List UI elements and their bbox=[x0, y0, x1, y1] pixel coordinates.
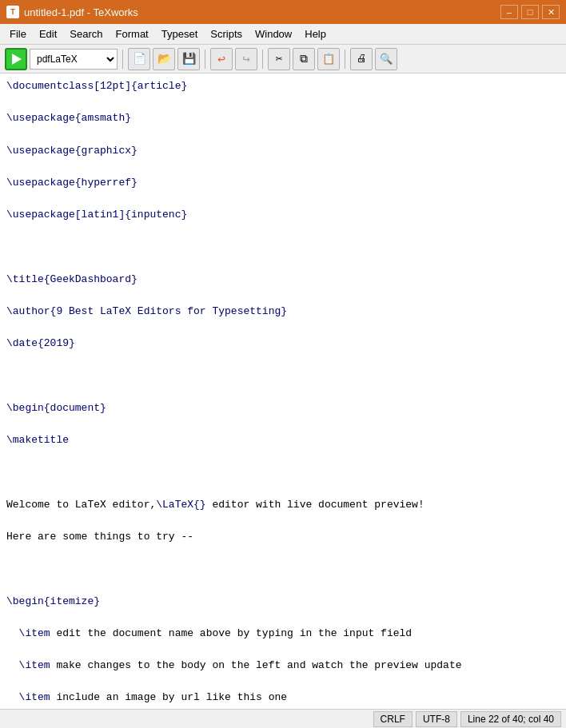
menu-bar: File Edit Search Format Typeset Scripts … bbox=[0, 24, 566, 45]
title-bar: T untitled-1.pdf - TeXworks – □ ✕ bbox=[0, 0, 566, 24]
toolbar: pdfLaTeX LaTeX XeLaTeX LuaLaTeX bbox=[0, 45, 566, 74]
window-title: untitled-1.pdf - TeXworks bbox=[24, 6, 138, 18]
menu-edit[interactable]: Edit bbox=[33, 26, 63, 42]
line-16 bbox=[6, 561, 560, 577]
menu-file[interactable]: File bbox=[3, 26, 33, 42]
toolbar-sep-3 bbox=[262, 50, 263, 69]
save-button[interactable] bbox=[177, 48, 200, 70]
line-6 bbox=[6, 239, 560, 255]
search-button[interactable] bbox=[375, 48, 397, 70]
line-19: \item make changes to the body on the le… bbox=[6, 658, 560, 674]
line-13 bbox=[6, 464, 560, 480]
title-bar-left: T untitled-1.pdf - TeXworks bbox=[6, 6, 138, 18]
code-editor[interactable]: \documentclass[12pt]{article} \usepackag… bbox=[6, 78, 560, 709]
encoding-indicator: UTF-8 bbox=[416, 711, 457, 727]
new-button[interactable] bbox=[128, 48, 150, 70]
line-5: \usepackage[latin1]{inputenc} bbox=[6, 207, 560, 223]
line-11: \begin{document} bbox=[6, 400, 560, 416]
line-14: Welcome to LaTeX editor,\LaTeX{} editor … bbox=[6, 497, 560, 513]
redo-button[interactable] bbox=[235, 48, 257, 70]
maximize-button[interactable]: □ bbox=[521, 5, 539, 19]
line-20: \item include an image by url like this … bbox=[6, 690, 560, 706]
line-9: \date{2019} bbox=[6, 336, 560, 352]
open-button[interactable] bbox=[153, 48, 175, 70]
editor-area[interactable]: \documentclass[12pt]{article} \usepackag… bbox=[0, 74, 566, 709]
print-button[interactable] bbox=[350, 48, 373, 70]
menu-help[interactable]: Help bbox=[298, 26, 333, 42]
cut-button[interactable] bbox=[268, 48, 290, 70]
app-icon: T bbox=[6, 6, 19, 18]
engine-select[interactable]: pdfLaTeX LaTeX XeLaTeX LuaLaTeX bbox=[30, 49, 118, 70]
window-controls: – □ ✕ bbox=[500, 5, 560, 19]
status-bar: CRLF UTF-8 Line 22 of 40; col 40 bbox=[0, 709, 566, 728]
menu-format[interactable]: Format bbox=[110, 26, 155, 42]
close-button[interactable]: ✕ bbox=[542, 5, 560, 19]
line-15: Here are some things to try -- bbox=[6, 529, 560, 545]
toolbar-sep-1 bbox=[122, 50, 123, 69]
paste-button[interactable] bbox=[317, 48, 340, 70]
line-4: \usepackage{hyperref} bbox=[6, 175, 560, 191]
menu-scripts[interactable]: Scripts bbox=[204, 26, 249, 42]
line-10 bbox=[6, 368, 560, 384]
line-3: \usepackage{graphicx} bbox=[6, 143, 560, 159]
line-17: \begin{itemize} bbox=[6, 594, 560, 610]
toolbar-sep-4 bbox=[345, 50, 345, 69]
menu-search[interactable]: Search bbox=[63, 26, 109, 42]
minimize-button[interactable]: – bbox=[500, 5, 518, 19]
copy-button[interactable] bbox=[293, 48, 315, 70]
position-indicator: Line 22 of 40; col 40 bbox=[460, 711, 561, 727]
line-ending-indicator: CRLF bbox=[373, 711, 413, 727]
menu-window[interactable]: Window bbox=[249, 26, 298, 42]
undo-button[interactable] bbox=[210, 48, 233, 70]
line-7: \title{GeekDashboard} bbox=[6, 272, 560, 288]
line-18: \item edit the document name above by ty… bbox=[6, 626, 560, 642]
line-12: \maketitle bbox=[6, 432, 560, 448]
line-2: \usepackage{amsmath} bbox=[6, 110, 560, 126]
menu-typeset[interactable]: Typeset bbox=[155, 26, 205, 42]
toolbar-sep-2 bbox=[205, 50, 205, 69]
run-button[interactable] bbox=[5, 48, 27, 70]
line-1: \documentclass[12pt]{article} bbox=[6, 78, 560, 94]
line-8: \author{9 Best LaTeX Editors for Typeset… bbox=[6, 304, 560, 320]
